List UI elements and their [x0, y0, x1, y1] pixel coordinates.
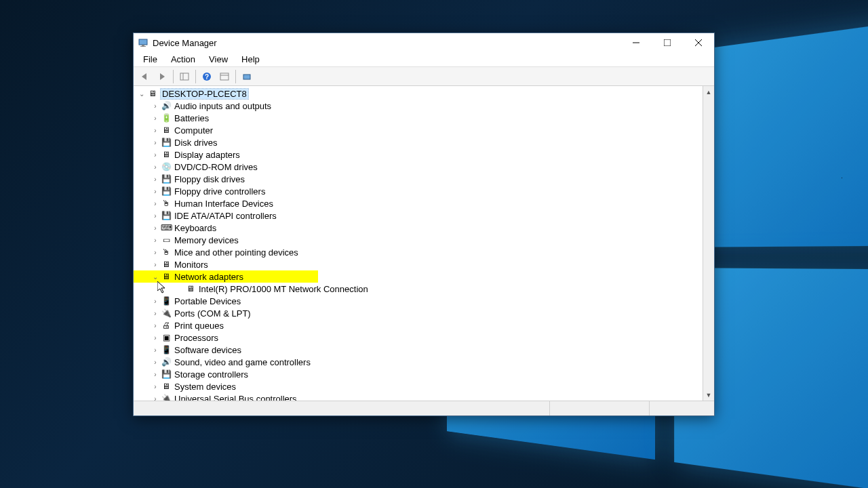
category-floppy-disk-drives[interactable]: ›💾Floppy disk drives	[134, 173, 703, 185]
expand-icon[interactable]: ›	[150, 102, 161, 110]
category-processors[interactable]: ›▣Processors	[134, 331, 703, 344]
audio-icon: 🔊	[161, 100, 172, 111]
menu-view[interactable]: View	[202, 53, 235, 66]
expand-icon[interactable]: ›	[150, 127, 161, 134]
close-button[interactable]	[683, 33, 714, 52]
toolbar-separator	[235, 70, 236, 83]
network-icon: 🖥	[161, 271, 172, 282]
expand-icon[interactable]: ›	[150, 371, 161, 378]
properties-button[interactable]	[216, 69, 233, 84]
storage-icon: 💾	[161, 369, 172, 380]
expand-icon[interactable]: ›	[150, 224, 161, 232]
maximize-button[interactable]	[652, 33, 683, 52]
status-cell-1	[134, 401, 550, 415]
category-system-devices[interactable]: ›🖥System devices	[134, 380, 703, 392]
category-software-devices[interactable]: ›📱Software devices	[134, 344, 703, 356]
svg-rect-1	[142, 45, 144, 46]
menu-file[interactable]: File	[136, 53, 164, 66]
expand-icon[interactable]: ›	[150, 359, 161, 366]
tree-item-label: Network adapters	[174, 272, 243, 282]
tree-item-label: Batteries	[174, 113, 209, 123]
category-disk-drives[interactable]: ›💾Disk drives	[134, 136, 703, 148]
category-ports-com-lpt-[interactable]: ›🔌Ports (COM & LPT)	[134, 307, 703, 319]
dvd-icon: 💿	[161, 161, 172, 172]
category-human-interface-devices[interactable]: ›🖱Human Interface Devices	[134, 197, 703, 209]
scroll-up-button[interactable]: ▲	[703, 86, 714, 98]
expand-icon[interactable]: ›	[150, 383, 161, 390]
expand-icon[interactable]: ›	[150, 188, 161, 195]
category-universal-serial-bus-controllers[interactable]: ›🔌Universal Serial Bus controllers	[134, 392, 703, 401]
expand-icon[interactable]: ›	[150, 176, 161, 183]
category-keyboards[interactable]: ›⌨Keyboards	[134, 222, 703, 234]
forward-button[interactable]	[154, 69, 170, 84]
category-mice-and-other-pointing-devices[interactable]: ›🖱Mice and other pointing devices	[134, 246, 703, 258]
expand-icon[interactable]: ›	[150, 212, 161, 220]
tree-item-label: Human Interface Devices	[174, 199, 273, 209]
tree-container: ⌄🖥DESKTOP-PLCECT8›🔊Audio inputs and outp…	[134, 86, 714, 401]
category-monitors[interactable]: ›🖥Monitors	[134, 258, 703, 270]
category-storage-controllers[interactable]: ›💾Storage controllers	[134, 368, 703, 380]
category-ide-ata-atapi-controllers[interactable]: ›💾IDE ATA/ATAPI controllers	[134, 209, 703, 222]
category-audio-inputs-and-outputs[interactable]: ›🔊Audio inputs and outputs	[134, 100, 703, 112]
category-floppy-drive-controllers[interactable]: ›💾Floppy drive controllers	[134, 185, 703, 197]
cpu-icon: ▣	[161, 332, 172, 343]
expand-icon[interactable]: ›	[150, 395, 161, 401]
tree-item[interactable]: ⌄🖥DESKTOP-PLCECT8	[134, 87, 703, 100]
tree-item-label: IDE ATA/ATAPI controllers	[174, 211, 277, 221]
scan-hardware-button[interactable]	[239, 69, 255, 84]
expand-icon[interactable]: ›	[150, 200, 161, 207]
tree-item-label: Ports (COM & LPT)	[174, 308, 251, 319]
menu-action[interactable]: Action	[164, 53, 202, 66]
category-batteries[interactable]: ›🔋Batteries	[134, 112, 703, 124]
collapse-icon[interactable]: ⌄	[136, 90, 147, 98]
ide-icon: 💾	[161, 210, 172, 221]
expand-icon[interactable]: ›	[150, 151, 161, 159]
tree-item-label: DVD/CD-ROM drives	[174, 162, 258, 172]
menubar: File Action View Help	[134, 52, 714, 67]
category-portable-devices[interactable]: ›📱Portable Devices	[134, 295, 703, 307]
expand-icon[interactable]: ›	[150, 310, 161, 317]
hid-icon: 🖱	[161, 198, 172, 209]
tree-item-label: Sound, video and game controllers	[174, 357, 311, 367]
monitor-icon: 🖥	[161, 259, 172, 270]
minimize-button[interactable]	[620, 33, 652, 52]
battery-icon: 🔋	[161, 113, 172, 123]
show-hide-tree-button[interactable]	[176, 69, 193, 84]
tree-item-label: DESKTOP-PLCECT8	[161, 89, 248, 99]
tree-item-label: Portable Devices	[174, 296, 241, 306]
category-network-adapters[interactable]: ⌄🖥Network adapters	[134, 270, 318, 283]
display-icon: 🖥	[161, 149, 172, 160]
back-button[interactable]	[136, 69, 153, 84]
tree-item-label: System devices	[174, 382, 236, 392]
category-display-adapters[interactable]: ›🖥Display adapters	[134, 148, 703, 161]
expand-icon[interactable]: ›	[150, 163, 161, 171]
keyboard-icon: ⌨	[161, 222, 172, 233]
tree-item-label: Disk drives	[174, 138, 218, 148]
help-button[interactable]: ?	[199, 69, 215, 84]
computer-root-icon: 🖥	[147, 88, 158, 99]
expand-icon[interactable]: ›	[150, 298, 161, 305]
portable-icon: 📱	[161, 296, 172, 306]
collapse-icon[interactable]: ⌄	[150, 273, 161, 281]
expand-icon[interactable]: ›	[150, 334, 161, 342]
status-cell-3	[650, 401, 714, 415]
expand-icon[interactable]: ›	[150, 237, 161, 244]
expand-icon[interactable]: ›	[150, 322, 161, 329]
vertical-scrollbar[interactable]: ▲ ▼	[703, 86, 714, 401]
category-dvd-cd-rom-drives[interactable]: ›💿DVD/CD-ROM drives	[134, 161, 703, 173]
expand-icon[interactable]: ›	[150, 261, 161, 268]
expand-icon[interactable]: ›	[150, 249, 161, 256]
titlebar[interactable]: Device Manager	[134, 33, 714, 52]
category-memory-devices[interactable]: ›▭Memory devices	[134, 234, 703, 246]
scroll-down-button[interactable]: ▼	[703, 389, 714, 401]
expand-icon[interactable]: ›	[150, 346, 161, 354]
menu-help[interactable]: Help	[235, 53, 267, 66]
device-intel-r-pro-1000-mt-network-connection[interactable]: 🖥Intel(R) PRO/1000 MT Network Connection	[134, 283, 703, 295]
tree-item-label: Display adapters	[174, 150, 240, 160]
expand-icon[interactable]: ›	[150, 139, 161, 146]
category-sound-video-and-game-controllers[interactable]: ›🔊Sound, video and game controllers	[134, 356, 703, 368]
category-print-queues[interactable]: ›🖨Print queues	[134, 319, 703, 331]
expand-icon[interactable]: ›	[150, 115, 161, 122]
category-computer[interactable]: ›🖥Computer	[134, 124, 703, 136]
device-tree[interactable]: ⌄🖥DESKTOP-PLCECT8›🔊Audio inputs and outp…	[134, 86, 703, 401]
